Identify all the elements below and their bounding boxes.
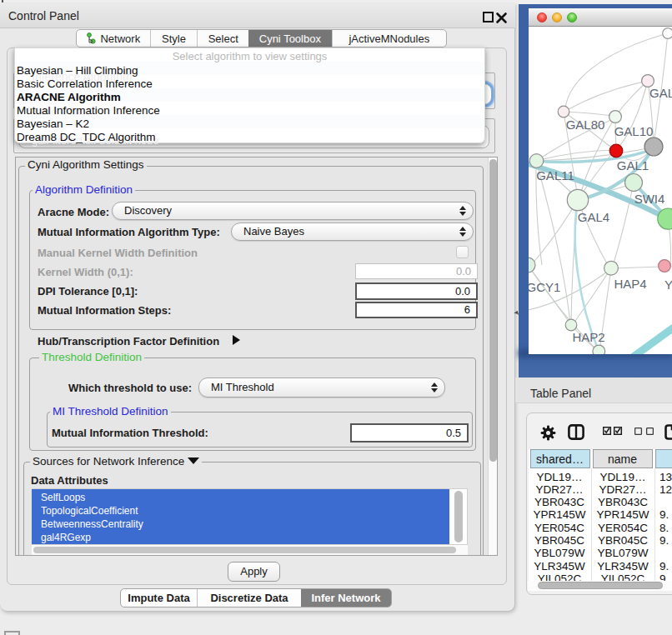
svg-text:GCY1: GCY1 xyxy=(529,280,560,294)
svg-text:GAL11: GAL11 xyxy=(536,168,574,182)
svg-text:GAL2: GAL2 xyxy=(649,86,672,100)
svg-text:HAP4: HAP4 xyxy=(614,277,646,291)
svg-text:GAL80: GAL80 xyxy=(566,118,605,132)
svg-text:GAL10: GAL10 xyxy=(614,124,654,138)
svg-text:SWI4: SWI4 xyxy=(634,192,665,206)
svg-text:GAL1: GAL1 xyxy=(617,158,649,172)
svg-text:YH: YH xyxy=(664,278,672,292)
svg-text:HAP2: HAP2 xyxy=(572,330,604,344)
svg-text:GAL4: GAL4 xyxy=(578,210,609,224)
